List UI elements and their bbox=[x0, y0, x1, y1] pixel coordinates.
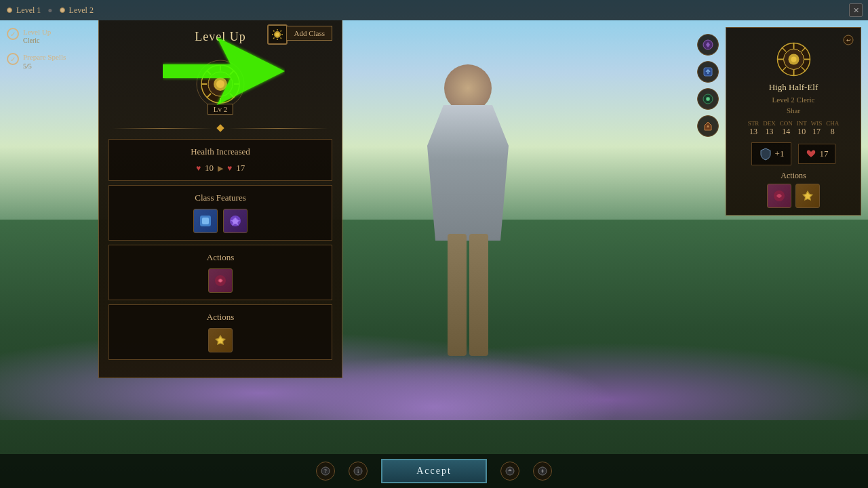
panel-header: Level Up Add Class bbox=[99, 20, 342, 50]
side-icon-2[interactable] bbox=[697, 61, 719, 83]
right-panel: ↩ High Half- bbox=[719, 20, 868, 488]
class-sun-icon: Lv 2 bbox=[193, 57, 248, 111]
actions-card-1[interactable]: Actions bbox=[108, 245, 332, 300]
svg-line-8 bbox=[281, 38, 282, 39]
actions-icons-1 bbox=[119, 268, 322, 293]
quest-title-levelup: Level Up bbox=[23, 27, 51, 37]
svg-line-10 bbox=[273, 38, 275, 39]
svg-point-30 bbox=[219, 279, 222, 282]
class-features-title: Class Features bbox=[119, 192, 322, 203]
quest-check-levelup: ✓ bbox=[7, 28, 19, 40]
card-back-icon[interactable]: ↩ bbox=[843, 35, 854, 45]
level2-label: Level 2 bbox=[69, 5, 94, 16]
health-old-val: 10 bbox=[205, 163, 214, 174]
character-card-top: High Half-Elf Level 2 Cleric Shar bbox=[733, 39, 854, 115]
level-indicators: Level 1 ● Level 2 bbox=[7, 5, 94, 16]
svg-point-2 bbox=[275, 33, 279, 37]
bottom-left-icon-1[interactable]: ? bbox=[316, 462, 335, 481]
character-race: High Half-Elf bbox=[769, 82, 818, 93]
center-panel: Level Up Add Class bbox=[98, 20, 342, 488]
close-button[interactable]: ✕ bbox=[849, 3, 863, 17]
svg-rect-25 bbox=[202, 218, 209, 224]
level1-dot bbox=[7, 7, 12, 13]
shield-icon bbox=[759, 147, 772, 161]
panel-title: Level Up bbox=[195, 30, 245, 44]
stat-cha: CHA 8 bbox=[826, 120, 839, 137]
level1-label: Level 1 bbox=[16, 5, 41, 16]
class-features-card[interactable]: Class Features bbox=[108, 185, 332, 241]
hp-value: 17 bbox=[819, 148, 828, 159]
stat-int: INT 10 bbox=[797, 120, 807, 137]
action-icon-1 bbox=[208, 268, 233, 293]
divider-diamond bbox=[216, 124, 224, 131]
ac-box: +1 bbox=[751, 142, 792, 165]
quest-subtitle-spells: 5/5 bbox=[23, 62, 66, 70]
svg-text:?: ? bbox=[324, 468, 327, 474]
heart-icon-1: ♥ bbox=[196, 163, 201, 174]
actions-card-2[interactable]: Actions bbox=[108, 304, 332, 360]
svg-point-42 bbox=[791, 56, 796, 62]
accept-button[interactable]: Accept bbox=[381, 459, 487, 483]
class-level-badge: Lv 2 bbox=[208, 104, 233, 115]
quest-title-spells: Prepare Spells bbox=[23, 52, 66, 62]
svg-point-36 bbox=[707, 98, 709, 100]
ability-icon-2[interactable] bbox=[795, 184, 820, 208]
side-icon-3[interactable] bbox=[697, 88, 719, 110]
class-display: Lv 2 bbox=[99, 50, 342, 118]
character-deity: Shar bbox=[787, 106, 800, 115]
class-feature-icon-2 bbox=[223, 209, 248, 233]
add-class-button[interactable]: Add Class bbox=[286, 26, 332, 41]
stat-dex: DEX 13 bbox=[763, 120, 776, 137]
card-actions-title: Actions bbox=[733, 171, 854, 181]
class-icon-button[interactable] bbox=[267, 24, 288, 45]
bottom-right-icon-1[interactable] bbox=[500, 462, 519, 481]
heart-icon-2: ♥ bbox=[227, 163, 232, 174]
side-icon-4[interactable] bbox=[697, 115, 719, 137]
health-arrow: ▶ bbox=[218, 164, 223, 173]
bottom-right-icon-2[interactable] bbox=[533, 462, 552, 481]
actions-icons-2 bbox=[119, 328, 322, 352]
svg-point-56 bbox=[506, 467, 514, 475]
top-bar: Level 1 ● Level 2 ✕ bbox=[0, 0, 868, 20]
actions-title-1: Actions bbox=[119, 252, 322, 263]
svg-line-7 bbox=[273, 30, 275, 32]
level-up-panel: Level Up Add Class bbox=[98, 20, 342, 378]
quest-check-spells: ✓ bbox=[7, 53, 19, 65]
side-icons bbox=[697, 34, 719, 137]
health-card[interactable]: Health Increased ♥ 10 ▶ ♥ 17 bbox=[108, 139, 332, 181]
side-icon-1[interactable] bbox=[697, 34, 719, 56]
bottom-bar: ? i Accept bbox=[0, 454, 868, 488]
hp-box: 17 bbox=[798, 144, 835, 164]
character-class: Level 2 Cleric bbox=[772, 96, 815, 104]
card-abilities-row bbox=[733, 184, 854, 208]
actions-title-2: Actions bbox=[119, 312, 322, 323]
stat-wis: WIS 17 bbox=[811, 120, 823, 137]
ability-icon-1[interactable] bbox=[767, 184, 791, 208]
stat-str: STR 13 bbox=[748, 120, 760, 137]
bottom-left-icon-2[interactable]: i bbox=[349, 462, 368, 481]
class-feature-icon-1 bbox=[193, 209, 218, 233]
quest-item-levelup[interactable]: ✓ Level Up Cleric bbox=[7, 27, 88, 44]
char-info-row: +1 17 bbox=[733, 142, 854, 165]
ac-value: +1 bbox=[775, 148, 785, 159]
stat-con: CON 14 bbox=[780, 120, 793, 137]
action-icon-2 bbox=[208, 328, 233, 352]
heart-icon-large bbox=[806, 148, 816, 159]
quest-item-spells[interactable]: ✓ Prepare Spells 5/5 bbox=[7, 52, 88, 69]
svg-point-15 bbox=[216, 80, 224, 88]
health-card-title: Health Increased bbox=[119, 146, 322, 157]
health-row: ♥ 10 ▶ ♥ 17 bbox=[119, 163, 322, 174]
svg-line-9 bbox=[281, 30, 282, 32]
class-features-icons bbox=[119, 209, 322, 233]
stats-row: STR 13 DEX 13 CON 14 INT 10 WIS 17 CHA 8 bbox=[733, 120, 854, 137]
level2-dot bbox=[60, 7, 65, 13]
character-class-icon bbox=[773, 39, 814, 79]
character-card: ↩ High Half- bbox=[726, 27, 861, 216]
health-new-val: 17 bbox=[236, 163, 245, 174]
quest-subtitle-levelup: Cleric bbox=[23, 37, 51, 44]
svg-text:↩: ↩ bbox=[846, 37, 851, 43]
quest-tracker: ✓ Level Up Cleric ✓ Prepare Spells 5/5 bbox=[0, 20, 95, 85]
divider-1 bbox=[99, 121, 342, 135]
